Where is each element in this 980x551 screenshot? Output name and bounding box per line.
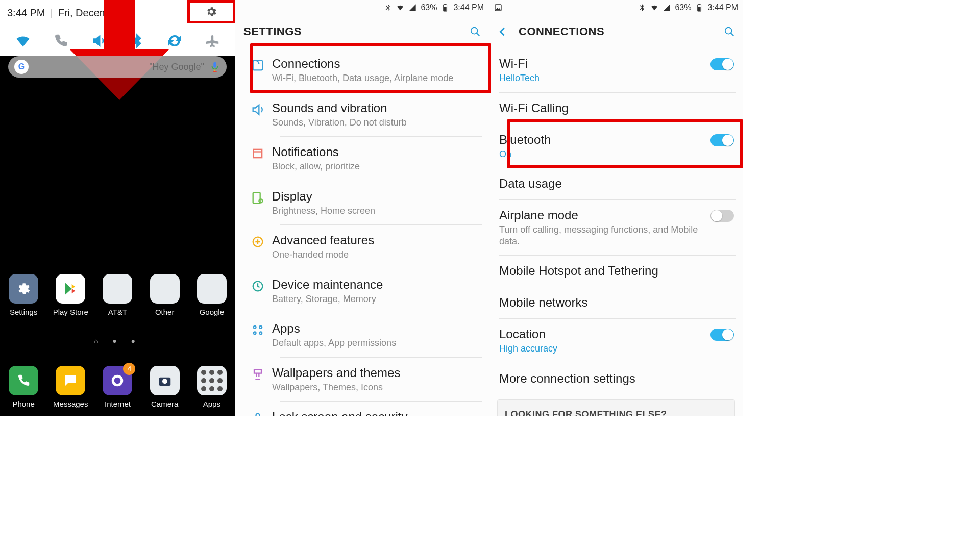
settings-item-wallpapers[interactable]: Wallpapers and themes Wallpapers, Themes… (235, 357, 489, 402)
app-google[interactable]: Google (191, 274, 232, 316)
connections-item-more[interactable]: More connection settings (489, 363, 743, 394)
app-label: Google (200, 308, 224, 316)
connections-item-wifi[interactable]: Wi-Fi HelloTech (489, 48, 743, 92)
item-title: Bluetooth (499, 132, 710, 147)
app-play store[interactable]: Play Store (50, 274, 91, 316)
qs-time: 3:44 PM (7, 7, 45, 19)
svg-point-19 (254, 326, 256, 329)
toggle-wifi[interactable] (710, 58, 734, 70)
app-label: AT&T (108, 308, 127, 316)
item-subtitle: Wallpapers, Themes, Icons (272, 382, 480, 393)
toggle-airplane[interactable] (710, 210, 734, 222)
battery-pct: 63% (675, 3, 691, 12)
qs-toggle-sync[interactable] (165, 32, 184, 50)
item-title: Wi-Fi (499, 56, 710, 71)
separator: | (50, 7, 53, 19)
item-subtitle: Battery, Storage, Memory (272, 293, 480, 305)
app-phone[interactable]: Phone (3, 366, 44, 408)
item-subtitle: High accuracy (499, 343, 710, 355)
wallpapers-icon (243, 365, 272, 382)
settings-item-display[interactable]: Display Brightness, Home screen (235, 181, 489, 225)
connections-item-location[interactable]: Location High accuracy (489, 318, 743, 363)
qs-toggle-bluetooth[interactable] (128, 32, 146, 50)
connections-item-bt[interactable]: Bluetooth On (489, 124, 743, 168)
sound-icon (91, 33, 106, 48)
svg-rect-9 (444, 7, 447, 11)
app-label: Camera (151, 399, 178, 408)
item-title: Display (272, 189, 480, 204)
toggle-location[interactable] (710, 329, 734, 341)
connections-item-hotspot[interactable]: Mobile Hotspot and Tethering (489, 255, 743, 287)
wificall-icon (53, 33, 68, 48)
qs-toggle-airplane[interactable] (203, 32, 222, 50)
svg-point-4 (114, 378, 121, 384)
settings-item-sounds[interactable]: Sounds and vibration Sounds, Vibration, … (235, 92, 489, 137)
item-title: Notifications (272, 144, 480, 160)
app-label: Settings (10, 308, 37, 316)
drag-handle-icon[interactable] (111, 52, 125, 55)
item-title: Data usage (499, 176, 734, 191)
connections-item-mobile[interactable]: Mobile networks (489, 287, 743, 318)
lock-icon (243, 409, 272, 416)
search-icon[interactable] (724, 26, 735, 37)
svg-line-11 (477, 33, 480, 36)
app-internet[interactable]: 4 Internet (97, 366, 138, 408)
qs-toggle-wifi[interactable] (14, 32, 32, 50)
footer-card[interactable]: LOOKING FOR SOMETHING ELSE? (497, 399, 735, 417)
app-other[interactable]: Other (144, 274, 185, 316)
item-subtitle: Wi-Fi, Bluetooth, Data usage, Airplane m… (272, 72, 480, 84)
mic-icon[interactable] (209, 61, 220, 72)
app-label: Play Store (53, 308, 88, 316)
maintenance-icon (243, 277, 272, 293)
advanced-icon (243, 233, 272, 249)
settings-item-device[interactable]: Device maintenance Battery, Storage, Mem… (235, 269, 489, 313)
item-title: Device maintenance (272, 277, 480, 292)
app-camera[interactable]: Camera (144, 366, 185, 408)
qs-header: 3:44 PM | Fri, December (0, 0, 235, 26)
google-g-icon: G (14, 60, 29, 74)
connections-header: CONNECTIONS (489, 15, 743, 48)
settings-gear-button[interactable] (187, 0, 235, 23)
settings-item-lockscreen[interactable]: Lock screen and security (235, 401, 489, 416)
page-indicator: ⌂ ● ● (0, 337, 235, 345)
connections-item-wificall[interactable]: Wi-Fi Calling (489, 92, 743, 124)
panel-quick-settings: 3:44 PM | Fri, December G "Hey Google" S… (0, 0, 235, 416)
connections-item-data[interactable]: Data usage (489, 168, 743, 199)
status-time: 3:44 PM (453, 3, 484, 12)
app-label: Other (155, 308, 175, 316)
app-at&t[interactable]: AT&T (97, 274, 138, 316)
svg-rect-0 (214, 70, 215, 71)
search-icon[interactable] (470, 26, 481, 37)
settings-list: Connections Wi-Fi, Bluetooth, Data usage… (235, 48, 489, 416)
qs-date: Fri, December (58, 7, 123, 19)
wifi-icon (396, 4, 404, 12)
qs-toggle-wificall[interactable] (52, 32, 70, 50)
connections-item-airplane[interactable]: Airplane mode Turn off calling, messagin… (489, 199, 743, 255)
back-icon[interactable] (497, 26, 508, 37)
svg-point-21 (254, 332, 256, 335)
app-label: Phone (12, 399, 34, 408)
item-title: Apps (272, 321, 480, 336)
svg-line-29 (731, 33, 734, 36)
settings-item-apps[interactable]: Apps Default apps, App permissions (235, 313, 489, 357)
google-search-bar[interactable]: G "Hey Google" (8, 56, 227, 78)
settings-item-notifs[interactable]: Notifications Block, allow, prioritize (235, 136, 489, 181)
item-subtitle: On (499, 148, 710, 160)
app-settings[interactable]: Settings (3, 274, 44, 316)
toggle-bt[interactable] (710, 134, 734, 146)
app-apps[interactable]: Apps (191, 366, 232, 408)
app-messages[interactable]: Messages (50, 366, 91, 408)
display-icon (243, 189, 272, 205)
item-subtitle: HelloTech (499, 72, 710, 84)
svg-rect-13 (254, 149, 262, 158)
battery-icon (695, 4, 703, 12)
settings-item-connections[interactable]: Connections Wi-Fi, Bluetooth, Data usage… (235, 48, 489, 92)
item-title: Location (499, 327, 710, 342)
connections-icon (243, 56, 272, 72)
qs-toggle-sound[interactable] (89, 32, 108, 50)
settings-item-advanced[interactable]: Advanced features One-handed mode (235, 224, 489, 269)
item-title: Connections (272, 56, 480, 71)
item-title: Mobile networks (499, 295, 734, 310)
item-subtitle: Sounds, Vibration, Do not disturb (272, 117, 480, 129)
item-subtitle: Block, allow, prioritize (272, 161, 480, 172)
